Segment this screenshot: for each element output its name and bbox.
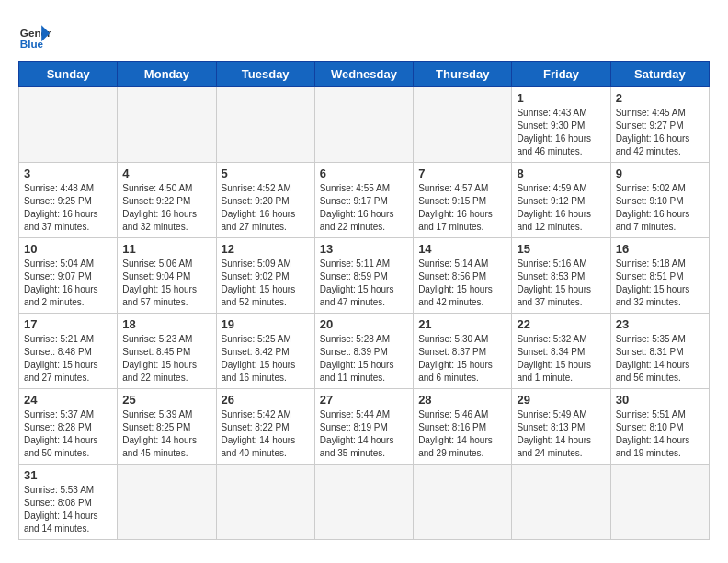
day-info: Sunrise: 4:45 AM Sunset: 9:27 PM Dayligh… [616,107,704,158]
day-info: Sunrise: 5:42 AM Sunset: 8:22 PM Dayligh… [222,408,310,460]
calendar-cell: 22Sunrise: 5:32 AM Sunset: 8:34 PM Dayli… [512,314,610,389]
day-info: Sunrise: 5:39 AM Sunset: 8:25 PM Dayligh… [122,408,210,460]
day-info: Sunrise: 4:48 AM Sunset: 9:25 PM Dayligh… [24,182,112,234]
calendar-cell: 15Sunrise: 5:16 AM Sunset: 8:53 PM Dayli… [512,238,610,314]
calendar-cell: 7Sunrise: 4:57 AM Sunset: 9:15 PM Daylig… [414,163,512,238]
calendar-cell: 5Sunrise: 4:52 AM Sunset: 9:20 PM Daylig… [216,163,314,238]
calendar-week-5: 24Sunrise: 5:37 AM Sunset: 8:28 PM Dayli… [19,389,710,465]
calendar-cell: 16Sunrise: 5:18 AM Sunset: 8:51 PM Dayli… [610,238,709,314]
calendar-week-4: 17Sunrise: 5:21 AM Sunset: 8:48 PM Dayli… [19,314,710,389]
calendar-cell: 13Sunrise: 5:11 AM Sunset: 8:59 PM Dayli… [314,238,413,314]
calendar-cell: 1Sunrise: 4:43 AM Sunset: 9:30 PM Daylig… [512,87,610,163]
day-number: 31 [24,468,112,482]
calendar-cell: 23Sunrise: 5:35 AM Sunset: 8:31 PM Dayli… [610,314,709,389]
calendar-cell: 20Sunrise: 5:28 AM Sunset: 8:39 PM Dayli… [314,314,413,389]
weekday-header-row: SundayMondayTuesdayWednesdayThursdayFrid… [19,62,710,87]
calendar-cell: 21Sunrise: 5:30 AM Sunset: 8:37 PM Dayli… [414,314,512,389]
day-info: Sunrise: 5:49 AM Sunset: 8:13 PM Dayligh… [517,408,605,460]
weekday-header-monday: Monday [118,62,216,87]
calendar-cell [19,87,118,163]
weekday-header-friday: Friday [512,62,610,87]
day-info: Sunrise: 4:55 AM Sunset: 9:17 PM Dayligh… [320,182,408,234]
day-number: 6 [320,167,408,180]
calendar-cell: 28Sunrise: 5:46 AM Sunset: 8:16 PM Dayli… [414,389,512,465]
day-info: Sunrise: 4:59 AM Sunset: 9:12 PM Dayligh… [517,182,605,234]
calendar-cell: 25Sunrise: 5:39 AM Sunset: 8:25 PM Dayli… [118,389,216,465]
calendar-cell: 17Sunrise: 5:21 AM Sunset: 8:48 PM Dayli… [19,314,118,389]
day-number: 3 [24,167,112,180]
day-number: 2 [616,91,704,105]
calendar-cell: 2Sunrise: 4:45 AM Sunset: 9:27 PM Daylig… [610,87,709,163]
day-number: 29 [517,393,605,407]
day-number: 16 [616,242,704,256]
calendar-week-2: 3Sunrise: 4:48 AM Sunset: 9:25 PM Daylig… [19,163,710,238]
day-number: 15 [517,242,605,256]
day-info: Sunrise: 4:52 AM Sunset: 9:20 PM Dayligh… [222,182,310,234]
calendar-table: SundayMondayTuesdayWednesdayThursdayFrid… [18,61,710,540]
weekday-header-tuesday: Tuesday [216,62,314,87]
calendar-cell: 30Sunrise: 5:51 AM Sunset: 8:10 PM Dayli… [610,389,709,465]
calendar-cell: 8Sunrise: 4:59 AM Sunset: 9:12 PM Daylig… [512,163,610,238]
day-number: 30 [616,393,704,407]
day-number: 12 [222,242,310,256]
weekday-header-wednesday: Wednesday [314,62,413,87]
day-info: Sunrise: 5:32 AM Sunset: 8:34 PM Dayligh… [517,333,605,385]
day-number: 8 [517,167,605,180]
logo-icon: General Blue [18,18,51,52]
day-number: 9 [616,167,704,180]
day-info: Sunrise: 5:09 AM Sunset: 9:02 PM Dayligh… [222,258,310,309]
weekday-header-thursday: Thursday [414,62,512,87]
calendar-cell: 6Sunrise: 4:55 AM Sunset: 9:17 PM Daylig… [314,163,413,238]
day-info: Sunrise: 5:44 AM Sunset: 8:19 PM Dayligh… [320,408,408,460]
page-header: General Blue [18,18,710,52]
day-info: Sunrise: 5:18 AM Sunset: 8:51 PM Dayligh… [616,258,704,309]
day-number: 20 [320,317,408,331]
day-info: Sunrise: 5:37 AM Sunset: 8:28 PM Dayligh… [24,408,112,460]
calendar-week-6: 31Sunrise: 5:53 AM Sunset: 8:08 PM Dayli… [19,465,710,540]
day-info: Sunrise: 5:23 AM Sunset: 8:45 PM Dayligh… [122,333,210,385]
day-number: 13 [320,242,408,256]
calendar-cell [118,465,216,540]
calendar-cell: 31Sunrise: 5:53 AM Sunset: 8:08 PM Dayli… [19,465,118,540]
calendar-cell: 9Sunrise: 5:02 AM Sunset: 9:10 PM Daylig… [610,163,709,238]
calendar-week-1: 1Sunrise: 4:43 AM Sunset: 9:30 PM Daylig… [19,87,710,163]
day-info: Sunrise: 5:11 AM Sunset: 8:59 PM Dayligh… [320,258,408,309]
calendar-cell [512,465,610,540]
svg-text:Blue: Blue [20,38,44,50]
day-info: Sunrise: 5:46 AM Sunset: 8:16 PM Dayligh… [418,408,506,460]
calendar-cell [414,87,512,163]
day-info: Sunrise: 5:25 AM Sunset: 8:42 PM Dayligh… [222,333,310,385]
calendar-cell: 4Sunrise: 4:50 AM Sunset: 9:22 PM Daylig… [118,163,216,238]
day-info: Sunrise: 5:04 AM Sunset: 9:07 PM Dayligh… [24,258,112,309]
day-number: 18 [122,317,210,331]
day-info: Sunrise: 5:02 AM Sunset: 9:10 PM Dayligh… [616,182,704,234]
day-number: 1 [517,91,605,105]
calendar-cell [118,87,216,163]
day-info: Sunrise: 5:30 AM Sunset: 8:37 PM Dayligh… [418,333,506,385]
day-info: Sunrise: 4:57 AM Sunset: 9:15 PM Dayligh… [418,182,506,234]
calendar-cell [314,87,413,163]
day-number: 5 [222,167,310,180]
day-number: 21 [418,317,506,331]
day-number: 25 [122,393,210,407]
calendar-cell [216,87,314,163]
day-info: Sunrise: 4:50 AM Sunset: 9:22 PM Dayligh… [122,182,210,234]
weekday-header-saturday: Saturday [610,62,709,87]
calendar-cell [216,465,314,540]
day-number: 17 [24,317,112,331]
day-number: 27 [320,393,408,407]
day-number: 7 [418,167,506,180]
day-info: Sunrise: 5:51 AM Sunset: 8:10 PM Dayligh… [616,408,704,460]
day-number: 10 [24,242,112,256]
day-number: 23 [616,317,704,331]
day-info: Sunrise: 5:16 AM Sunset: 8:53 PM Dayligh… [517,258,605,309]
day-info: Sunrise: 5:35 AM Sunset: 8:31 PM Dayligh… [616,333,704,385]
day-number: 19 [222,317,310,331]
calendar-cell: 18Sunrise: 5:23 AM Sunset: 8:45 PM Dayli… [118,314,216,389]
day-number: 4 [122,167,210,180]
day-info: Sunrise: 5:28 AM Sunset: 8:39 PM Dayligh… [320,333,408,385]
day-number: 26 [222,393,310,407]
calendar-cell [414,465,512,540]
calendar-cell: 14Sunrise: 5:14 AM Sunset: 8:56 PM Dayli… [414,238,512,314]
calendar-cell: 10Sunrise: 5:04 AM Sunset: 9:07 PM Dayli… [19,238,118,314]
